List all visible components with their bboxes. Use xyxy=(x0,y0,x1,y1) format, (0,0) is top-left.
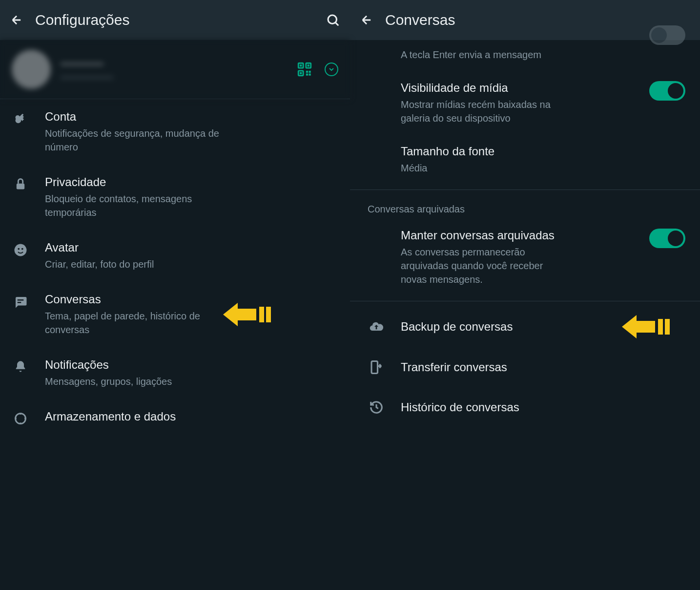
item-subtitle: Notificações de segurança, mudança de nú… xyxy=(45,126,230,154)
transfer-icon xyxy=(368,360,385,375)
svg-point-16 xyxy=(21,248,23,250)
setting-chat-history[interactable]: Histórico de conversas xyxy=(350,387,700,427)
divider xyxy=(350,190,700,190)
svg-rect-5 xyxy=(308,64,309,66)
svg-rect-23 xyxy=(665,319,670,335)
svg-point-15 xyxy=(18,248,20,250)
storage-icon xyxy=(12,412,29,425)
back-icon[interactable] xyxy=(10,13,23,27)
toggle-switch[interactable] xyxy=(649,229,685,248)
item-title: Transferir conversas xyxy=(401,360,507,374)
avatar xyxy=(12,50,51,89)
bell-icon xyxy=(12,360,29,374)
svg-rect-18 xyxy=(18,302,21,303)
toggle-switch[interactable] xyxy=(649,25,685,45)
setting-keep-archived[interactable]: Manter conversas arquivadas As conversas… xyxy=(350,219,700,296)
history-icon xyxy=(368,400,385,415)
item-subtitle: A tecla Enter envia a mensagem xyxy=(401,48,567,62)
svg-point-21 xyxy=(16,414,26,424)
settings-title: Configurações xyxy=(35,12,314,28)
chats-title: Conversas xyxy=(385,12,690,28)
svg-rect-22 xyxy=(658,319,663,335)
lock-icon xyxy=(12,177,29,191)
item-subtitle: As conversas permanecerão arquivadas qua… xyxy=(401,245,567,286)
chats-panel: Conversas A tecla Enter envia a mensagem… xyxy=(350,0,700,590)
chevron-down-icon[interactable] xyxy=(325,63,338,76)
item-title: Tamanho da fonte xyxy=(401,145,567,158)
item-title: Conversas xyxy=(45,293,230,306)
settings-item-account[interactable]: Conta Notificações de segurança, mudança… xyxy=(0,99,350,165)
chat-icon xyxy=(12,295,29,309)
cloud-upload-icon xyxy=(368,319,385,335)
settings-item-privacy[interactable]: Privacidade Bloqueio de contatos, mensag… xyxy=(0,165,350,230)
item-title: Armazenamento e dados xyxy=(45,410,230,423)
qr-code-icon[interactable] xyxy=(296,61,313,78)
svg-rect-8 xyxy=(309,71,311,73)
arrow-callout-icon xyxy=(223,301,272,328)
svg-rect-24 xyxy=(371,361,378,374)
item-subtitle: Tema, papel de parede, histórico de conv… xyxy=(45,309,230,337)
item-title: Backup de conversas xyxy=(401,320,513,334)
arrow-callout-icon xyxy=(622,313,671,340)
svg-rect-7 xyxy=(306,71,308,73)
profile-row[interactable]: ———— —————— xyxy=(0,40,350,99)
settings-header: Configurações xyxy=(0,0,350,40)
svg-rect-6 xyxy=(300,72,302,74)
item-title: Manter conversas arquivadas xyxy=(401,229,567,242)
settings-panel: Configurações ———— —————— xyxy=(0,0,350,590)
chats-header: Conversas xyxy=(350,0,700,40)
item-title: Avatar xyxy=(45,241,230,254)
divider xyxy=(350,301,700,301)
section-header-archived: Conversas arquivadas xyxy=(350,195,700,219)
settings-item-storage[interactable]: Armazenamento e dados xyxy=(0,399,350,436)
toggle-switch[interactable] xyxy=(649,81,685,101)
svg-point-14 xyxy=(15,244,27,256)
svg-rect-9 xyxy=(306,74,308,76)
item-title: Visibilidade de mídia xyxy=(401,81,567,95)
item-subtitle: Média xyxy=(401,161,567,175)
svg-rect-20 xyxy=(266,307,271,322)
settings-item-avatar[interactable]: Avatar Criar, editar, foto do perfil xyxy=(0,230,350,282)
item-subtitle: Mostrar mídias recém baixadas na galeria… xyxy=(401,98,567,125)
back-icon[interactable] xyxy=(360,13,373,27)
setting-font-size[interactable]: Tamanho da fonte Média xyxy=(350,135,700,185)
svg-rect-13 xyxy=(17,184,24,190)
item-title: Privacidade xyxy=(45,175,230,189)
key-icon xyxy=(12,112,29,126)
item-subtitle: Bloqueio de contatos, mensagens temporár… xyxy=(45,192,230,219)
item-title: Conta xyxy=(45,110,230,124)
svg-rect-4 xyxy=(300,64,302,66)
item-title: Notificações xyxy=(45,358,230,372)
settings-item-chats[interactable]: Conversas Tema, papel de parede, históri… xyxy=(0,282,350,347)
svg-rect-19 xyxy=(259,307,264,322)
item-title: Histórico de conversas xyxy=(401,400,519,414)
item-subtitle: Mensagens, grupos, ligações xyxy=(45,375,230,388)
search-icon[interactable] xyxy=(326,13,340,27)
svg-rect-17 xyxy=(18,299,24,301)
settings-item-notifications[interactable]: Notificações Mensagens, grupos, ligações xyxy=(0,347,350,399)
svg-point-0 xyxy=(328,15,337,24)
setting-chat-backup[interactable]: Backup de conversas xyxy=(350,306,700,347)
face-icon xyxy=(12,243,29,257)
setting-enter-sends[interactable]: A tecla Enter envia a mensagem xyxy=(350,40,700,71)
svg-rect-10 xyxy=(309,74,311,76)
item-subtitle: Criar, editar, foto do perfil xyxy=(45,257,230,271)
setting-transfer-chats[interactable]: Transferir conversas xyxy=(350,347,700,387)
setting-media-visibility[interactable]: Visibilidade de mídia Mostrar mídias rec… xyxy=(350,71,700,135)
